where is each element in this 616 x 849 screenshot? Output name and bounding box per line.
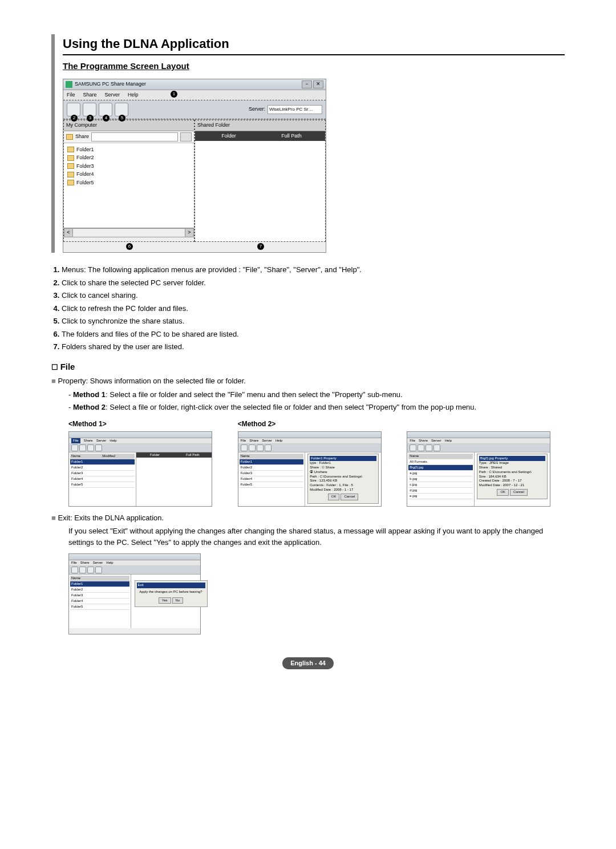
folder-item[interactable]: Folder5	[76, 179, 94, 187]
callout-legend: Menus: The following application menus a…	[62, 264, 565, 353]
method1-line: Method 1: Select a file or folder and se…	[68, 389, 565, 401]
mini-folder: Folder5	[70, 604, 129, 610]
menu-server[interactable]: Server	[105, 91, 120, 99]
left-pane-header: My Computer	[64, 120, 194, 131]
section-heading: The Programme Screen Layout	[63, 60, 565, 73]
toolbar-refresh-icon[interactable]: 4	[99, 103, 112, 116]
exit-screenshot: File Share Server Help Name Folder1 Fold…	[68, 553, 201, 634]
callout-7: 7	[257, 243, 264, 250]
mini-menu-item: Server	[262, 438, 272, 443]
page-footer: English - 44	[282, 657, 334, 669]
mini-folder: Folder4	[70, 599, 129, 604]
menu-help[interactable]: Help	[128, 91, 139, 99]
folder-icon	[67, 163, 74, 169]
minimize-button[interactable]: −	[302, 80, 312, 88]
menu-file[interactable]: File	[67, 91, 75, 99]
method2-line: Method 2: Select a file or folder, right…	[68, 402, 565, 413]
scroll-left-button[interactable]: <	[64, 228, 73, 237]
close-button[interactable]: ✕	[313, 80, 323, 88]
folder-item[interactable]: Folder1	[76, 146, 94, 154]
mini-menu-item: File	[241, 438, 246, 443]
exit-body: If you select "Exit" without applying th…	[68, 525, 565, 548]
server-dropdown[interactable]: WiseLinkPro PC Sr…	[268, 105, 322, 114]
property-bullet: Property: Shows information on the selec…	[51, 375, 565, 387]
file-heading: File	[51, 361, 565, 374]
callout-1: 1	[171, 91, 177, 98]
mini-folder-selected: Folder1	[70, 581, 129, 587]
share-folder-label: Share	[75, 133, 89, 141]
method1-screenshot: File Share Server Help NameModified Fold…	[68, 431, 212, 507]
mini-folder-selected: Folder1	[240, 459, 304, 465]
callout-2: 2	[71, 115, 78, 122]
step-text: Click to share the selected PC server fo…	[62, 278, 206, 287]
scrollbar-track[interactable]	[73, 228, 185, 237]
method2-screenshot: File Share Server Help Name Folder1 Fold…	[238, 431, 382, 507]
mini-folder: Folder4	[240, 476, 304, 482]
method2-label: <Method 2>	[238, 419, 396, 429]
mini-folder: Folder4	[70, 476, 135, 482]
main-screenshot: SAMSUNG PC Share Manager − ✕ File Share …	[63, 79, 326, 253]
step-text: Click to cancel sharing.	[62, 291, 138, 300]
popup-body: Type : JPEG Image Share : Shared Path : …	[479, 461, 546, 488]
shared-folder-list[interactable]	[195, 141, 325, 241]
cancel-button[interactable]: Cancel	[510, 489, 528, 496]
folder-item[interactable]: Folder4	[76, 171, 94, 179]
step-text: Click to refresh the PC folder and files…	[62, 304, 188, 313]
no-button[interactable]: No	[172, 597, 184, 604]
scroll-right-button[interactable]: >	[185, 228, 194, 237]
popup-title: Folder1 Property	[310, 456, 376, 462]
mini-menu-item: Share	[80, 560, 90, 565]
mini-file: c.jpg	[408, 482, 473, 488]
mini-file: a.jpg	[408, 471, 473, 476]
folder-icon	[66, 134, 73, 140]
mini-col-folder: Folder	[136, 452, 174, 458]
mini-menu-item: Server	[431, 438, 441, 443]
folder-item[interactable]: Folder3	[76, 163, 94, 171]
ok-button[interactable]: OK	[497, 489, 509, 496]
folder-icon	[67, 155, 74, 161]
exit-dialog-title: Exit	[137, 583, 205, 588]
toolbar-unshare-icon[interactable]: 3	[83, 103, 96, 116]
mini-col-name: Name	[70, 576, 129, 581]
path-combo[interactable]	[91, 132, 178, 142]
mini-col-modified: Modified	[102, 454, 133, 459]
page-title: Using the DLNA Application	[63, 34, 565, 55]
mini-menu-item: Help	[445, 438, 452, 443]
ok-button[interactable]: OK	[328, 494, 340, 500]
mini-file-selected: Big(f).jpg	[408, 465, 473, 471]
mini-menu-item: Share	[84, 438, 93, 443]
mini-folder: Folder2	[70, 465, 135, 471]
yes-button[interactable]: Yes	[159, 597, 171, 604]
property-result-screenshot: File Share Server Help Name All Formats …	[407, 431, 550, 507]
callout-3: 3	[87, 115, 94, 122]
mini-folder-selected: Folder1	[70, 459, 135, 465]
mini-menu-item: Server	[93, 560, 103, 565]
folder-icon	[67, 172, 74, 177]
mini-menu-item: Help	[106, 560, 113, 565]
mini-col-path: Full Path	[174, 452, 212, 458]
mini-folder: Folder2	[240, 465, 304, 471]
mini-menu-item: Share	[249, 438, 258, 443]
mini-file: d.jpg	[408, 488, 473, 494]
toolbar-sync-icon[interactable]: 5	[115, 103, 128, 116]
menu-share[interactable]: Share	[83, 91, 97, 99]
folder-icon	[67, 147, 74, 152]
mini-folder: Folder5	[240, 482, 304, 488]
callout-4: 4	[103, 115, 110, 122]
mini-menu-file-highlighted: File	[71, 438, 80, 443]
mini-folder: Folder3	[240, 471, 304, 476]
mini-folder: Folder3	[70, 593, 129, 599]
mini-col-name: Name	[240, 454, 304, 459]
up-button[interactable]	[180, 132, 192, 142]
folder-item[interactable]: Folder2	[76, 154, 94, 162]
mini-folder: Folder2	[70, 587, 129, 593]
callout-5: 5	[119, 115, 125, 122]
callout-6: 6	[126, 243, 133, 250]
popup-body: type : Folder1 Share : ⦾ Share ⦿ Unshare…	[310, 461, 376, 492]
folder-tree[interactable]: Folder1 Folder2 Folder3 Folder4 Folder5	[64, 143, 194, 228]
step-text: Click to synchronize the share status.	[62, 317, 184, 325]
popup-title: Big(f).jpg Property	[479, 456, 546, 462]
cancel-button[interactable]: Cancel	[341, 494, 358, 500]
step-text: Menus: The following application menus a…	[62, 265, 362, 274]
toolbar-share-icon[interactable]: 2	[67, 103, 80, 116]
